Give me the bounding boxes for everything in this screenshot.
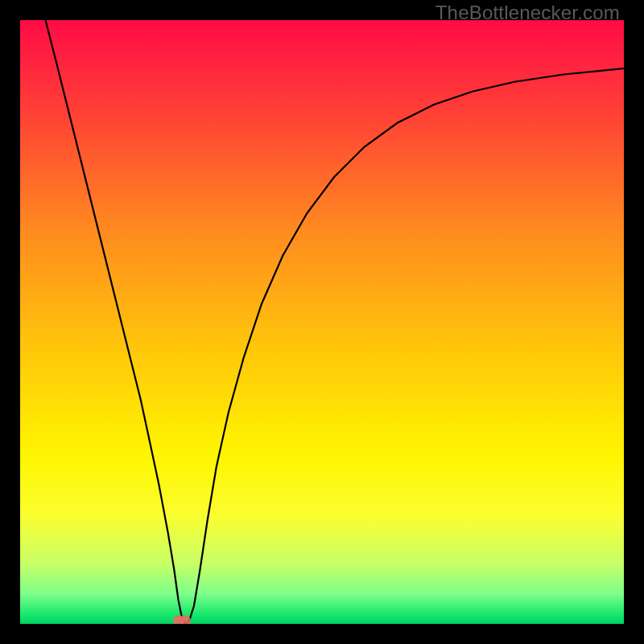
gradient-background: [20, 20, 624, 624]
optimal-point-marker: [173, 615, 191, 624]
bottleneck-chart: [20, 20, 624, 624]
chart-frame: [20, 20, 624, 624]
